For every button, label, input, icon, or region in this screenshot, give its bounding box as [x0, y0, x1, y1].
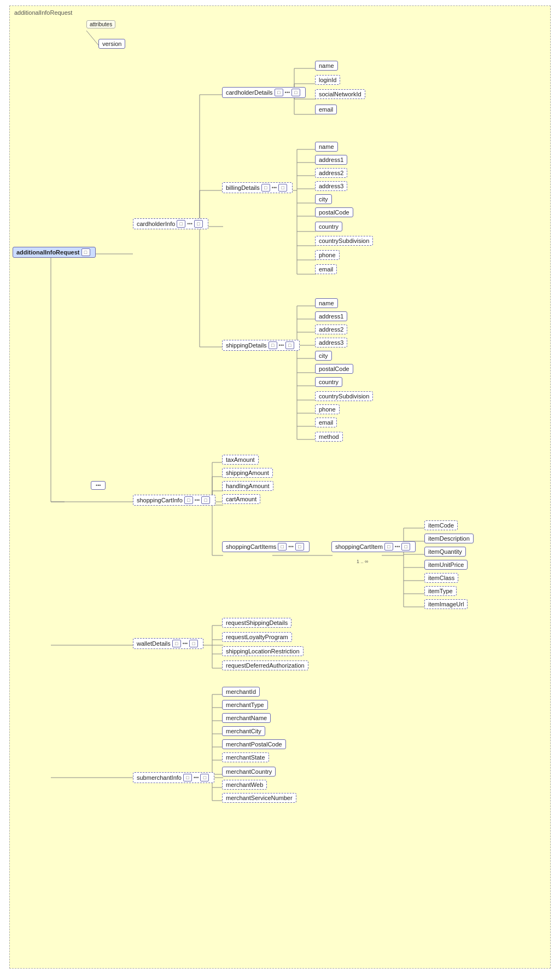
cd-socialnetworkid-node: socialNetworkId — [315, 89, 365, 99]
itemimageurl: itemImageUrl — [424, 599, 468, 609]
cardholder-details-expander2[interactable]: □ — [291, 89, 300, 96]
root-node: additionalInfoRequest □ — [13, 247, 96, 258]
diagram-title: additionalInfoRequest — [14, 9, 72, 16]
shopping-cart-info-node: shoppingCartInfo □ ••• □ — [133, 495, 215, 506]
itemcode: itemCode — [424, 520, 458, 530]
taxamount: taxAmount — [222, 455, 259, 465]
shopping-cart-item-expander2[interactable]: □ — [401, 543, 410, 551]
bd-email: email — [315, 264, 337, 274]
cartamount: cartAmount — [222, 494, 260, 504]
shopping-cart-items-expander2[interactable]: □ — [295, 543, 304, 551]
shopping-cart-info-expander[interactable]: □ — [184, 496, 193, 504]
wallet-details-label: walletDetails — [137, 640, 171, 647]
sd-name: name — [315, 298, 338, 308]
merchantweb: merchantWeb — [222, 780, 267, 790]
shopping-cart-items-node: shoppingCartItems □ ••• □ — [222, 541, 310, 552]
diagram-container: additionalInfoRequest — [9, 5, 551, 969]
version-node: version — [98, 39, 125, 49]
cd-socialnetworkid-label: socialNetworkId — [319, 91, 361, 97]
bd-name: name — [315, 142, 338, 152]
itemdescription: itemDescription — [424, 534, 474, 543]
shopping-cart-item-label: shoppingCartItem — [335, 543, 383, 550]
sd-address1: address1 — [315, 311, 347, 321]
sd-email: email — [315, 418, 337, 427]
merchanttype: merchantType — [222, 700, 268, 710]
shipping-details-expander2[interactable]: □ — [285, 341, 294, 349]
cardholder-details-label: cardholderDetails — [226, 89, 273, 96]
version-label: version — [102, 40, 121, 47]
cd-name-label: name — [319, 62, 334, 69]
cardholder-info-label: cardholderInfo — [137, 221, 175, 227]
cd-loginid-label: loginId — [319, 77, 336, 83]
merchantname: merchantName — [222, 713, 271, 723]
submerchant-info-label: submerchantInfo — [137, 774, 182, 781]
sd-method: method — [315, 432, 343, 442]
handlingamount: handlingAmount — [222, 481, 273, 491]
root-expander[interactable]: □ — [81, 248, 90, 256]
submerchant-info-expander2[interactable]: □ — [200, 774, 209, 781]
shipping-details-label: shippingDetails — [226, 342, 267, 349]
bd-country: country — [315, 222, 342, 231]
requestshippingdetails: requestShippingDetails — [222, 618, 291, 628]
multiplicity-label: 1 .. ∞ — [357, 559, 368, 564]
billing-details-expander2[interactable]: □ — [278, 184, 287, 192]
shopping-cart-items-expander[interactable]: □ — [278, 543, 287, 551]
wallet-details-expander[interactable]: □ — [172, 640, 181, 647]
sd-postalcode: postalCode — [315, 364, 353, 374]
shopping-cart-item-expander[interactable]: □ — [384, 543, 393, 551]
billing-details-label: billingDetails — [226, 184, 260, 191]
sd-city: city — [315, 351, 332, 361]
bd-phone: phone — [315, 250, 340, 260]
bd-city: city — [315, 194, 332, 204]
shopping-cart-item-node: shoppingCartItem □ ••• □ — [331, 541, 416, 552]
cd-name-node: name — [315, 61, 338, 71]
cardholder-details-expander[interactable]: □ — [275, 89, 283, 96]
sd-countrysubdivision: countrySubdivision — [315, 391, 373, 401]
wallet-details-expander2[interactable]: □ — [189, 640, 198, 647]
shippinglocationrestriction: shippingLocationRestriction — [222, 646, 304, 656]
attributes-label: attributes — [90, 21, 112, 27]
main-expander-node[interactable]: ••• — [91, 481, 106, 490]
shippingamount: shippingAmount — [222, 468, 273, 478]
shopping-cart-items-label: shoppingCartItems — [226, 543, 276, 550]
cd-email-node: email — [315, 105, 337, 114]
cd-loginid-node: loginId — [315, 75, 340, 85]
bd-address2: address2 — [315, 168, 347, 178]
merchantpostalcode: merchantPostalCode — [222, 739, 286, 749]
attributes-group: attributes — [86, 20, 115, 28]
bd-postalcode: postalCode — [315, 207, 353, 217]
merchantcity: merchantCity — [222, 726, 265, 736]
itemclass: itemClass — [424, 573, 458, 583]
shipping-details-expander[interactable]: □ — [269, 341, 277, 349]
bd-address3: address3 — [315, 181, 347, 191]
submerchant-info-node: submerchantInfo □ ••• □ — [133, 772, 214, 783]
shipping-details-node: shippingDetails □ ••• □ — [222, 340, 300, 351]
root-label: additionalInfoRequest — [16, 249, 80, 256]
wallet-details-node: walletDetails □ ••• □ — [133, 638, 203, 649]
itemunitprice: itemUnitPrice — [424, 560, 468, 570]
cardholder-info-expander[interactable]: □ — [177, 220, 185, 228]
requestloyaltyprogram: requestLoyaltyProgram — [222, 632, 292, 642]
requestdeferredauthorization: requestDeferredAuthorization — [222, 661, 308, 670]
bd-address1: address1 — [315, 155, 347, 165]
cardholder-info-node: cardholderInfo □ ••• □ — [133, 218, 208, 229]
billing-details-expander[interactable]: □ — [261, 184, 270, 192]
merchantstate: merchantState — [222, 752, 269, 762]
cardholder-info-expander2[interactable]: □ — [194, 220, 203, 228]
billing-details-node: billingDetails □ ••• □ — [222, 182, 293, 193]
merchantservicenumber: merchantServiceNumber — [222, 793, 296, 803]
cd-email-label: email — [319, 106, 333, 113]
bd-countrysubdivision: countrySubdivision — [315, 236, 373, 246]
sd-address3: address3 — [315, 338, 347, 347]
submerchant-info-expander[interactable]: □ — [183, 774, 192, 781]
itemquantity: itemQuantity — [424, 547, 466, 557]
sd-country: country — [315, 377, 342, 387]
sd-phone: phone — [315, 404, 340, 414]
sd-address2: address2 — [315, 325, 347, 334]
shopping-cart-info-label: shoppingCartInfo — [137, 497, 183, 503]
cardholder-details-node: cardholderDetails □ ••• □ — [222, 87, 306, 98]
merchantcountry: merchantCountry — [222, 767, 276, 777]
itemtype: itemType — [424, 586, 457, 596]
merchantid: merchantId — [222, 687, 260, 697]
shopping-cart-info-expander2[interactable]: □ — [201, 496, 210, 504]
